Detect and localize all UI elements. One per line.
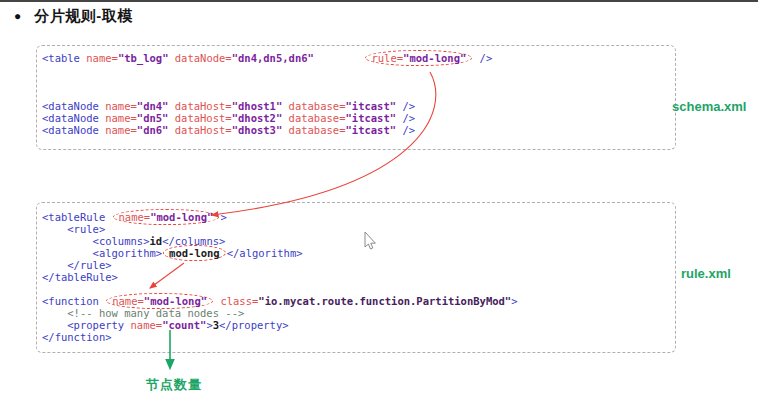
code-line (42, 76, 675, 88)
code-token: id (149, 235, 162, 247)
rule-xml-file-label: rule.xml (681, 266, 731, 281)
code-token: "itcast" (345, 124, 396, 136)
code-line: <rule> (42, 223, 675, 235)
code-token: </rule> (42, 259, 112, 271)
code-line: <dataNode name="dn4" dataHost="dhost1" d… (42, 100, 675, 112)
code-token: <columns> (42, 235, 149, 247)
code-line: <algorithm>mod-long</algorithm> (42, 247, 675, 259)
code-token: "mod-long" (403, 52, 466, 64)
code-token: name= (112, 295, 144, 307)
code-token: > (511, 295, 517, 307)
code-token: "itcast" (345, 100, 396, 112)
highlight-ellipse: name="mod-long" (113, 209, 220, 225)
code-token: /> (396, 100, 415, 112)
code-token: <function (42, 295, 105, 307)
code-token: <algorithm> (42, 247, 162, 259)
code-token: mod-long (169, 247, 220, 259)
highlight-ellipse: mod-long (163, 245, 226, 261)
code-token: "mod-long" (150, 211, 213, 223)
node-count-label: 节点数量 (146, 376, 202, 394)
code-token: "dhost3" (232, 124, 283, 136)
code-token: </algorithm> (227, 247, 303, 259)
code-token: /> (396, 124, 415, 136)
code-token: "mod-long" (144, 295, 207, 307)
slide-page: ● 分片规则-取模 <table name="tb_log" dataNode=… (0, 0, 758, 400)
code-token: "dn6" (137, 124, 169, 136)
code-token: "dhost1" (232, 100, 283, 112)
code-token: </tableRule> (42, 271, 118, 283)
schema-xml-file-label: schema.xml (672, 99, 746, 114)
code-token: "count" (162, 319, 206, 331)
code-token: <dataNode (42, 112, 105, 124)
code-line: <table name="tb_log" dataNode="dn4,dn5,d… (42, 52, 675, 64)
code-token: </property> (219, 319, 289, 331)
code-token: "dhost2" (232, 112, 283, 124)
code-token: > (220, 211, 226, 223)
code-token: <dataNode (42, 124, 105, 136)
code-line (42, 88, 675, 100)
code-token: "dn4,dn5,dn6" (232, 52, 314, 64)
code-token: <table (42, 52, 86, 64)
top-edge-strip (0, 0, 758, 2)
code-token: database= (289, 100, 346, 112)
code-token: rule= (371, 52, 403, 64)
code-token: database= (289, 124, 346, 136)
bullet-icon: ● (14, 6, 21, 26)
code-line: <dataNode name="dn5" dataHost="dhost2" d… (42, 112, 675, 124)
code-line: <dataNode name="dn6" dataHost="dhost3" d… (42, 124, 675, 136)
code-token: <!-- how many data nodes --> (42, 307, 244, 319)
code-line: <columns>id</columns> (42, 235, 675, 247)
code-token: "itcast" (345, 112, 396, 124)
code-token: name= (105, 112, 137, 124)
code-line (42, 64, 675, 76)
code-token: dataNode= (175, 52, 232, 64)
code-line: </function> (42, 331, 675, 343)
code-token: name= (105, 124, 137, 136)
code-token: name= (131, 319, 163, 331)
code-token: class= (220, 295, 258, 307)
code-token (314, 52, 365, 64)
code-token: <dataNode (42, 100, 105, 112)
code-token: name= (105, 100, 137, 112)
code-line: </rule> (42, 259, 675, 271)
code-token: dataHost= (175, 112, 232, 124)
code-line: <property name="count">3</property> (42, 319, 675, 331)
code-token: dataHost= (175, 100, 232, 112)
highlight-ellipse: rule="mod-long" (365, 50, 472, 66)
page-title: 分片规则-取模 (34, 7, 133, 26)
code-line: <function name="mod-long" class="io.myca… (42, 295, 675, 307)
code-token: dataHost= (175, 124, 232, 136)
code-token: name= (119, 211, 151, 223)
code-token: <rule> (42, 223, 105, 235)
code-token: database= (289, 112, 346, 124)
code-token: <tableRule (42, 211, 112, 223)
schema-xml-code-box: <table name="tb_log" dataNode="dn4,dn5,d… (36, 45, 676, 150)
code-token: name= (86, 52, 118, 64)
title-row: ● 分片规则-取模 (14, 6, 133, 26)
rule-xml-code-box: <tableRule name="mod-long"> <rule> <colu… (36, 202, 676, 353)
code-token: "io.mycat.route.function.PartitionByMod" (258, 295, 511, 307)
code-token: "tb_log" (118, 52, 169, 64)
code-line: <tableRule name="mod-long"> (42, 211, 675, 223)
code-token: /> (473, 52, 492, 64)
code-token: </function> (42, 331, 112, 343)
code-token: "dn5" (137, 112, 169, 124)
code-line: </tableRule> (42, 271, 675, 283)
code-token: "dn4" (137, 100, 169, 112)
code-token: /> (396, 112, 415, 124)
code-line: <!-- how many data nodes --> (42, 307, 675, 319)
code-token: <property (42, 319, 131, 331)
